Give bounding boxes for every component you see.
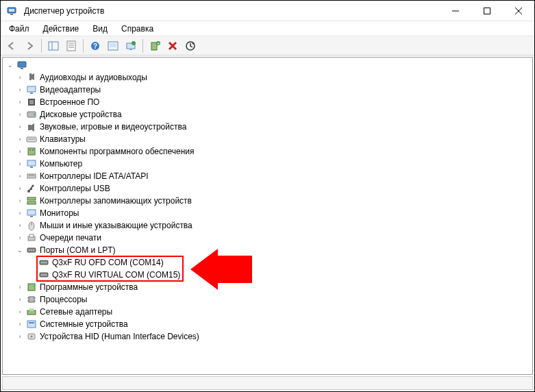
svg-rect-35 xyxy=(28,125,31,130)
expander-icon[interactable]: › xyxy=(15,332,25,341)
add-legacy-hardware-button[interactable]: + xyxy=(147,38,163,53)
port-icon xyxy=(38,269,49,280)
tree-node[interactable]: ›Программные устройства xyxy=(15,281,532,293)
svg-rect-18 xyxy=(129,49,132,50)
tree-node[interactable]: ›Звуковые, игровые и видеоустройства xyxy=(15,121,532,133)
tree-node[interactable]: ›Мониторы xyxy=(15,207,532,219)
tree-node[interactable]: ›Встроенное ПО xyxy=(15,96,532,108)
refresh-button[interactable] xyxy=(182,38,199,53)
tree-node[interactable]: ›Контроллеры USB xyxy=(15,182,532,195)
expander-icon[interactable]: › xyxy=(15,85,25,95)
ide-icon xyxy=(26,171,37,182)
tree-node-label: Сетевые адаптеры xyxy=(40,307,112,317)
expander-icon[interactable]: › xyxy=(15,73,25,82)
svg-point-34 xyxy=(34,114,35,115)
svg-point-46 xyxy=(32,185,34,187)
forward-button[interactable] xyxy=(21,38,38,53)
media-icon xyxy=(26,121,37,132)
expander-icon[interactable]: › xyxy=(15,282,25,292)
expander-icon[interactable]: › xyxy=(15,295,25,304)
svg-rect-47 xyxy=(27,197,36,200)
tree-node[interactable]: ›Дисковые устройства xyxy=(15,108,532,121)
svg-point-62 xyxy=(45,262,47,263)
expander-icon[interactable]: › xyxy=(15,122,25,132)
uninstall-button[interactable] xyxy=(164,38,181,53)
expander-icon[interactable]: › xyxy=(15,110,25,119)
tree-root-node[interactable]: ⌄ xyxy=(3,59,532,71)
expander-icon[interactable]: › xyxy=(15,307,25,317)
expander-icon[interactable]: › xyxy=(15,319,25,329)
tree-node[interactable]: ›Сетевые адаптеры xyxy=(15,306,532,318)
tree-node[interactable]: ›Устройства HID (Human Interface Devices… xyxy=(15,330,532,343)
tree-node[interactable]: ›Мыши и иные указывающие устройства xyxy=(15,219,532,232)
svg-rect-75 xyxy=(27,321,36,328)
audio-icon xyxy=(26,72,37,83)
close-button[interactable] xyxy=(503,1,534,21)
menu-file[interactable]: Файл xyxy=(3,23,35,35)
expander-icon[interactable]: › xyxy=(15,208,25,218)
update-driver-button[interactable] xyxy=(105,38,121,53)
svg-rect-50 xyxy=(30,216,33,217)
svg-rect-38 xyxy=(28,148,35,155)
minimize-button[interactable] xyxy=(440,1,471,21)
svg-rect-32 xyxy=(29,100,34,104)
tree-node-label: Встроенное ПО xyxy=(40,97,99,107)
tree-node[interactable]: ›Системные устройства xyxy=(15,318,532,330)
svg-rect-29 xyxy=(27,86,36,92)
expander-icon[interactable]: › xyxy=(15,159,25,169)
system-icon xyxy=(26,319,37,330)
svg-rect-68 xyxy=(29,297,34,302)
tree-node[interactable]: ›Компьютер xyxy=(15,158,532,170)
tree-node-label: Мониторы xyxy=(40,208,79,218)
back-button[interactable] xyxy=(3,38,20,53)
tree-node[interactable]: ›Процессоры xyxy=(15,293,532,306)
svg-point-58 xyxy=(33,249,34,251)
tree-node[interactable]: ⌄Порты (COM и LPT) xyxy=(15,244,532,256)
tree-node-label: Программные устройства xyxy=(40,282,138,292)
svg-point-61 xyxy=(43,262,45,263)
svg-text:?: ? xyxy=(93,42,97,50)
tree-node[interactable]: ›Контроллеры запоминающих устройств xyxy=(15,195,532,207)
toolbar-separator xyxy=(41,39,42,53)
tree-node[interactable]: ›Компоненты программного обеспечения xyxy=(15,145,532,158)
expander-icon[interactable]: › xyxy=(15,97,25,107)
expander-icon[interactable]: › xyxy=(15,134,25,144)
tree-node[interactable]: ›Клавиатуры xyxy=(15,133,532,145)
expander-icon[interactable]: ⌄ xyxy=(15,245,25,255)
expander-icon[interactable]: › xyxy=(15,196,25,206)
toolbar-separator xyxy=(142,39,143,53)
expander-icon[interactable]: › xyxy=(15,184,25,193)
scan-hardware-button[interactable] xyxy=(123,38,139,53)
toolbar: ? + xyxy=(1,36,534,56)
properties-button[interactable] xyxy=(63,38,79,53)
menu-view[interactable]: Вид xyxy=(87,23,113,35)
svg-rect-28 xyxy=(29,73,32,80)
computer-icon xyxy=(16,60,27,71)
device-tree-panel[interactable]: ⌄›Аудиовходы и аудиовыходы›Видеоадаптеры… xyxy=(2,57,533,375)
expander-icon[interactable]: › xyxy=(15,147,25,156)
tree-node[interactable]: ›Видеоадаптеры xyxy=(15,84,532,96)
tree-node-label: Компьютер xyxy=(40,159,82,169)
tree-node[interactable]: Q3xF RU VIRTUAL COM (COM15) xyxy=(27,269,532,281)
svg-rect-40 xyxy=(32,149,34,151)
tree-node[interactable]: Q3xF RU OFD COM (COM14) xyxy=(27,256,532,269)
tree-node[interactable]: ›Очереди печати xyxy=(15,232,532,244)
expander-icon[interactable]: › xyxy=(15,221,25,230)
svg-rect-27 xyxy=(21,68,23,69)
svg-point-60 xyxy=(41,262,42,263)
maximize-button[interactable] xyxy=(471,1,503,21)
tree-node[interactable]: ›Контроллеры IDE ATA/ATAPI xyxy=(15,170,532,182)
menu-action[interactable]: Действие xyxy=(38,23,85,35)
help-button[interactable]: ? xyxy=(87,38,103,53)
expander-icon[interactable]: › xyxy=(15,233,25,243)
tree-node[interactable]: ›Аудиовходы и аудиовыходы xyxy=(15,71,532,84)
show-hide-console-button[interactable] xyxy=(45,38,62,53)
expander-icon[interactable]: ⌄ xyxy=(5,60,15,70)
window-controls xyxy=(440,1,534,21)
app-icon xyxy=(6,5,17,16)
svg-rect-1 xyxy=(9,9,14,12)
svg-rect-9 xyxy=(67,41,75,51)
svg-rect-16 xyxy=(110,43,116,47)
menu-help[interactable]: Справка xyxy=(116,23,159,35)
expander-icon[interactable]: › xyxy=(15,171,25,181)
